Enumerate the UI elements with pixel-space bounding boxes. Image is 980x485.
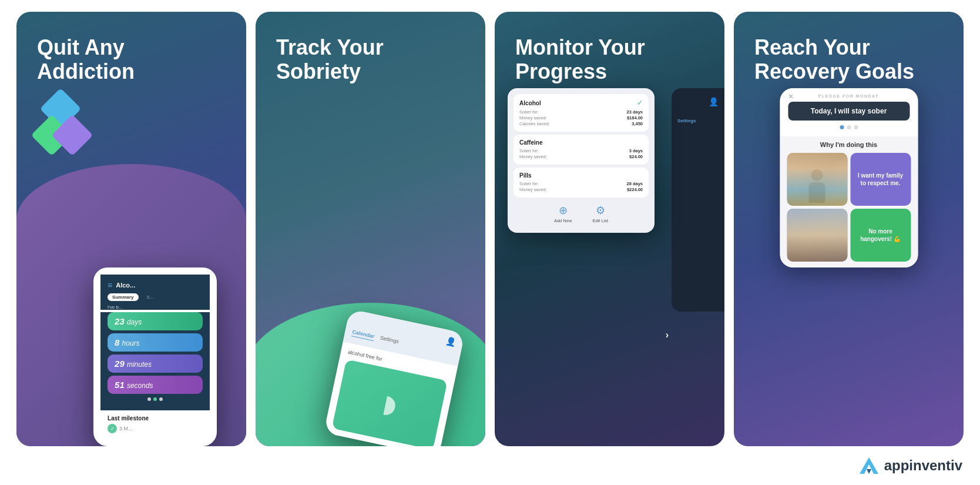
header-subtext: I've b... <box>108 305 203 310</box>
milestone-value: 3 M... <box>119 426 133 432</box>
addiction-card-alcohol: Alcohol ✓ Sober for: 23 days Money saved… <box>514 94 649 132</box>
addiction-name-pills: Pills <box>519 172 643 179</box>
countdown-seconds: 51 seconds <box>108 376 203 394</box>
phone-mockup-4: ✕ PLEDGE FOR MONDAY Today, I will stay s… <box>780 88 918 267</box>
milestone-label: Last milestone <box>108 415 203 422</box>
card-reach-goals: Reach Your Recovery Goals ✕ PLEDGE FOR M… <box>734 12 964 446</box>
addiction-name-alcohol: Alcohol <box>519 100 541 106</box>
goal-photo-1 <box>787 153 847 206</box>
nav-tab-calendar[interactable]: Calendar <box>351 329 374 341</box>
bottom-bar: appinventiv <box>0 452 980 485</box>
countdown-minutes: 29 minutes <box>108 354 203 373</box>
menu-icon: ≡ <box>108 280 112 290</box>
dot-active <box>840 125 844 129</box>
app-logo <box>40 94 93 141</box>
why-title: Why I'm doing this <box>787 139 911 153</box>
dark-sidebar-panel: 👤 Settings <box>672 88 724 312</box>
appinventiv-brand: appinventiv <box>858 455 962 476</box>
sober-label-3: Sober for: <box>519 181 539 186</box>
profile-icon-dark: 👤 <box>709 97 719 106</box>
pledge-text: Today, I will stay sober <box>788 102 909 121</box>
add-label: Add New <box>554 218 572 223</box>
gear-icon: ⚙ <box>592 204 608 217</box>
edit-list-button[interactable]: ⚙ Edit List <box>592 204 608 223</box>
money-label-1: Money saved: <box>519 115 547 121</box>
tab-summary[interactable]: Summary <box>108 293 138 301</box>
screen-title: Alco... <box>116 282 135 289</box>
card-3-title: Monitor Your Progress <box>495 12 724 96</box>
card-4-title: Reach Your Recovery Goals <box>734 12 964 96</box>
goal-text-hangovers: No more hangovers! 💪 <box>850 209 911 262</box>
family-goal-text: I want my family to respect me. <box>855 172 906 188</box>
tab-stats[interactable]: S... <box>143 293 157 301</box>
sober-val-1: 23 days <box>626 109 643 115</box>
calendar-display: ◗ <box>381 390 398 419</box>
sober-val-3: 28 days <box>626 181 643 186</box>
calories-val: 3,450 <box>632 121 643 126</box>
pledge-day-label: PLEDGE FOR MONDAY <box>818 94 879 98</box>
close-icon[interactable]: ✕ <box>788 92 794 101</box>
sidebar-settings: Settings <box>677 118 719 123</box>
addiction-name-caffeine: Caffeine <box>519 139 643 146</box>
phone-mockup-1: ≡ Alco... Summary S... I've b... 23 days <box>93 267 217 446</box>
dot-3 <box>854 125 858 129</box>
nav-tab-settings[interactable]: Settings <box>379 335 400 346</box>
money-label-3: Money saved: <box>519 187 547 192</box>
goal-photo-2 <box>787 209 847 262</box>
card-2-title: Track Your Sobriety <box>256 12 485 96</box>
sober-label-1: Sober for: <box>519 109 539 115</box>
svg-marker-1 <box>867 469 871 474</box>
sober-val-2: 3 days <box>629 148 643 153</box>
dot-2 <box>847 125 851 129</box>
money-val-1: $184.00 <box>627 115 643 121</box>
card-track-sobriety: Track Your Sobriety 👤 Calendar Settings <box>256 12 485 446</box>
arrow-icon: › <box>666 330 669 340</box>
appinventiv-logo-icon <box>858 455 880 476</box>
add-icon: ⊕ <box>554 204 572 217</box>
addiction-card-pills: Pills Sober for: 28 days Money saved: $2… <box>514 168 649 198</box>
card-1-title: Quit Any Addiction <box>16 12 246 96</box>
hangover-goal-text: No more hangovers! 💪 <box>855 228 906 243</box>
check-mark: ✓ <box>637 99 643 107</box>
card-quit-addiction: Quit Any Addiction ≡ Alco... Summary <box>16 12 246 446</box>
addiction-card-caffeine: Caffeine Sober for: 3 days Money saved: … <box>514 135 649 165</box>
money-label-2: Money saved: <box>519 154 547 159</box>
card-monitor-progress: Monitor Your Progress 👤 Settings Alcohol… <box>495 12 724 446</box>
sober-label-2: Sober for: <box>519 148 539 153</box>
calories-label: Calories saved: <box>519 121 550 126</box>
phone-mockup-3: Alcohol ✓ Sober for: 23 days Money saved… <box>508 88 655 233</box>
brand-name: appinventiv <box>884 457 962 474</box>
countdown-hours: 8 hours <box>108 333 203 352</box>
profile-icon: 👤 <box>445 336 457 347</box>
countdown-days: 23 days <box>108 312 203 330</box>
add-new-button[interactable]: ⊕ Add New <box>554 204 572 223</box>
money-val-3: $224.00 <box>627 187 643 192</box>
money-val-2: $24.00 <box>629 154 643 159</box>
goal-text-family: I want my family to respect me. <box>850 153 911 206</box>
edit-label: Edit List <box>592 218 608 223</box>
